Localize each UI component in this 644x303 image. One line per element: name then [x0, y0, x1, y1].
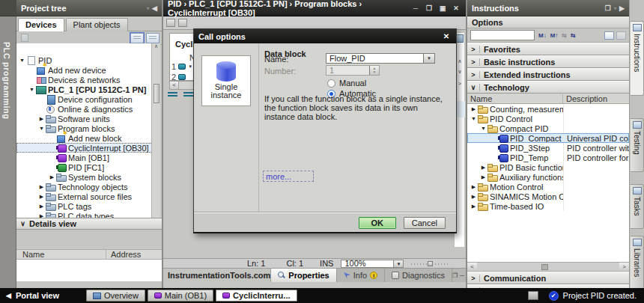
instruction-row-counting[interactable]: Counting, measuremen...	[467, 104, 629, 114]
sync-off-icon[interactable]: ⇆	[562, 32, 567, 39]
scroll-left-icon[interactable]: <	[467, 263, 477, 271]
tree-item-device-configuration[interactable]: Device configuration	[16, 94, 153, 104]
tree-item-online-diagnostics[interactable]: Online & diagnostics	[16, 104, 153, 114]
chevron-right-icon[interactable]: >	[467, 71, 480, 79]
instruction-row-compact-pid[interactable]: Compact PID	[467, 123, 629, 133]
float-window-icon[interactable]: ❐	[424, 4, 434, 12]
close-icon[interactable]: ✕	[441, 32, 452, 40]
expand-arrow-icon[interactable]	[470, 106, 477, 112]
chevron-right-icon[interactable]: >	[467, 275, 480, 282]
minimize-icon[interactable]: ─	[460, 272, 464, 279]
collapse-details-icon[interactable]: ∨	[16, 220, 29, 227]
list-view-icon[interactable]	[130, 33, 144, 43]
dropdown-icon[interactable]: ▼	[393, 260, 403, 267]
pin-icon[interactable]: ▫	[147, 4, 149, 12]
tree-item-main-ob1[interactable]: Main [OB1]	[16, 153, 153, 162]
expand-arrow-icon[interactable]	[38, 126, 45, 131]
section-communication[interactable]: > Communication	[467, 272, 629, 284]
tree-item-plc-data-types[interactable]: PLC data types	[16, 211, 153, 218]
tab-properties[interactable]: Properties	[271, 269, 336, 282]
expand-all-icon[interactable]	[146, 33, 160, 43]
close-icon[interactable]: ✕	[451, 4, 461, 12]
tree-scrollbar[interactable]: ∧	[151, 43, 160, 218]
section-technology[interactable]: ∨ Technology	[467, 81, 629, 94]
collapse-panel-icon[interactable]: ▶	[619, 4, 625, 12]
tab-diagnostics[interactable]: Diagnostics	[385, 269, 452, 282]
more-link[interactable]: more...	[263, 171, 314, 182]
collapse-panel-icon[interactable]: ◀	[152, 4, 157, 12]
window-layout-icon[interactable]	[528, 291, 538, 300]
vtab-instructions[interactable]: Instructions	[631, 21, 644, 96]
taskbar-button-main-ob1[interactable]: Main (OB1)	[148, 290, 213, 302]
pin-icon[interactable]: ▫	[614, 4, 616, 12]
find-prev-icon[interactable]: M↑	[550, 32, 559, 39]
expand-arrow-icon[interactable]	[480, 174, 487, 180]
tree-item-software-units[interactable]: Software units	[16, 114, 153, 123]
tree-item-cyclicinterrupt[interactable]: CyclicInterrupt [OB30]	[16, 143, 153, 153]
manual-radio-row[interactable]: Manual	[327, 79, 366, 88]
chevron-down-icon[interactable]: ∨	[467, 84, 480, 91]
cancel-button[interactable]: Cancel	[404, 217, 446, 229]
vtab-libraries[interactable]: Libraries	[631, 236, 644, 290]
network-list-icon[interactable]	[168, 91, 177, 99]
detail-view-icon[interactable]	[616, 31, 626, 40]
instruction-row-time-based-io[interactable]: Time-based IO	[467, 201, 629, 211]
expand-arrow-icon[interactable]	[470, 194, 477, 200]
tree-item-plc-tags[interactable]: PLC tags	[16, 201, 153, 211]
dropdown-icon[interactable]: ▼	[188, 64, 192, 69]
instruction-row-pid-temp[interactable]: PID_TempPID controller for temp...	[467, 153, 629, 162]
dropdown-icon[interactable]: ▼	[423, 54, 434, 63]
ok-button[interactable]: OK	[359, 217, 396, 229]
vtab-tasks[interactable]: Tasks	[631, 184, 644, 229]
instruction-row-sinamics-motion-control[interactable]: SINAMICS Motion Control	[467, 192, 629, 201]
expand-arrow-icon[interactable]	[470, 184, 477, 190]
expand-arrow-icon[interactable]	[38, 203, 45, 209]
taskbar-button-overview[interactable]: Overview	[86, 290, 145, 302]
tab-plant-objects[interactable]: Plant objects	[66, 18, 128, 31]
expand-arrow-icon[interactable]	[19, 58, 25, 63]
instruction-row-pid-3step[interactable]: PID_3StepPID controller with int...	[467, 143, 629, 153]
column-description[interactable]: Description	[563, 94, 607, 103]
maximize-icon[interactable]: ▣	[437, 4, 448, 12]
tree-item-plc1[interactable]: PLC_1 [CPU 1512C-1 PN]	[16, 85, 153, 94]
find-next-icon[interactable]: M↓	[538, 32, 547, 39]
scroll-up-icon[interactable]: ∧	[154, 43, 158, 49]
tab-info[interactable]: Info i	[337, 269, 385, 282]
plain-view-icon[interactable]	[604, 31, 614, 40]
scroll-thumb[interactable]	[541, 264, 548, 270]
zoom-select[interactable]: 100% ▼	[341, 260, 404, 268]
zoom-slider-knob[interactable]	[428, 261, 433, 266]
section-basic-instructions[interactable]: > Basic instructions	[467, 55, 629, 68]
chevron-right-icon[interactable]: >	[467, 58, 480, 66]
instruction-row-pid-control[interactable]: PID Control	[467, 114, 629, 123]
instruction-row-auxiliary-functions[interactable]: Auxiliary functions	[467, 172, 629, 182]
expand-arrow-icon[interactable]	[49, 174, 55, 180]
float-window-icon[interactable]: ❐	[452, 272, 458, 279]
scroll-thumb[interactable]	[154, 84, 160, 103]
tab-devices[interactable]: Devices	[18, 18, 64, 31]
expand-arrow-icon[interactable]	[38, 184, 45, 190]
instruction-row-motion-control[interactable]: Motion Control	[467, 182, 629, 192]
minimize-icon[interactable]: ─	[410, 4, 421, 12]
tree-item-add-new-block[interactable]: Add new block	[16, 133, 153, 143]
tree-item-technology-objects[interactable]: Technology objects	[16, 182, 153, 192]
tree-item-pid[interactable]: PID	[16, 55, 153, 65]
expand-arrow-icon[interactable]	[38, 116, 45, 122]
interface-row[interactable]: 1 ▼	[171, 62, 192, 71]
float-window-icon[interactable]: ❐	[605, 4, 611, 12]
zoom-slider[interactable]	[411, 261, 450, 266]
column-name[interactable]: Name	[467, 94, 563, 103]
sync-on-icon[interactable]: ⇆	[571, 32, 576, 39]
chevron-right-icon[interactable]: >	[467, 46, 480, 53]
expand-arrow-icon[interactable]	[470, 203, 477, 209]
dialog-title-bar[interactable]: Call options ✕	[194, 29, 456, 43]
tree-item-add-new-device[interactable]: Add new device	[16, 65, 153, 75]
expand-arrow-icon[interactable]	[38, 194, 45, 200]
tree-item-pid-fc1[interactable]: PID [FC1]	[16, 162, 153, 172]
single-instance-option[interactable]: Single instance	[201, 55, 251, 106]
tree-item-devices-networks[interactable]: Devices & networks	[16, 75, 153, 85]
section-favorites[interactable]: > Favorites	[467, 43, 629, 55]
vtab-testing[interactable]: Testing	[631, 118, 644, 172]
filter-tree-icon[interactable]	[19, 33, 31, 43]
expand-arrow-icon[interactable]	[480, 126, 487, 131]
